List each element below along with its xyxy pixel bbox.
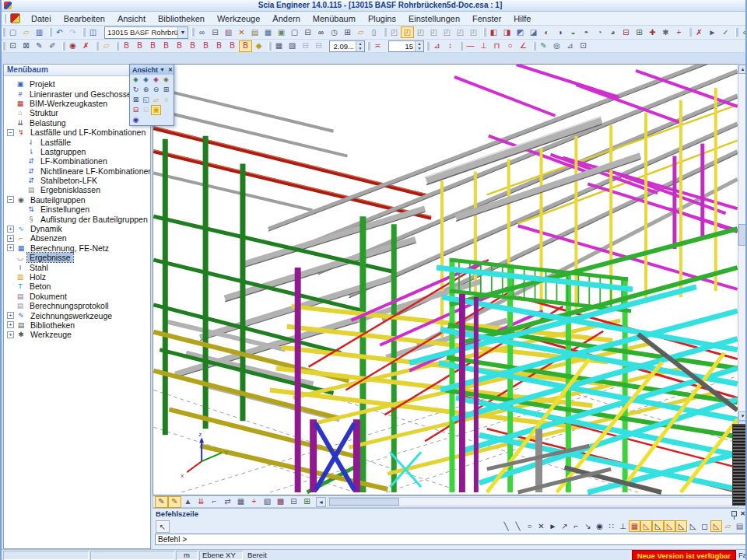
accept-icon[interactable]: ✓ [719,26,732,38]
tree-item-auflistung-der-bauteilgruppen[interactable]: §Auflistung der Bauteilgruppen [4,214,150,223]
project-selector[interactable]: 13015 BASF Rohrbrü▼ [104,26,188,39]
tree-item-dokument[interactable]: ▤Dokument [4,292,150,301]
select-slabs-icon[interactable]: ◩ [514,26,527,38]
structure-3d-model[interactable]: z Y x [153,65,738,495]
snap-flag-icon[interactable]: ⌐ [570,520,582,532]
property-support-icon[interactable]: B [146,40,160,52]
print-table-icon[interactable]: ⊟ [299,40,312,52]
redo-icon[interactable]: ↷ [66,26,79,38]
show-supports-icon[interactable]: ▲ [181,496,195,508]
tree-item-lastf-lle-und-lf-kombinationen[interactable]: −↯Lastfälle und LF-Kombinationen [4,128,150,137]
section-circle-icon[interactable]: ○ [503,40,517,52]
filter-selection-icon[interactable]: ◓ [580,26,593,38]
monitor-icon[interactable]: ▢ [288,26,301,38]
paste-attributes-icon[interactable]: ⊠ [19,40,33,52]
light-toggle-icon[interactable]: ☼ [161,95,171,105]
tree-item-werkzeuge[interactable]: +✱Werkzeuge [4,330,150,339]
load-scale-icon[interactable]: ≍ [371,40,384,52]
zoom-in-icon[interactable]: ⊕ [141,85,151,95]
rotate-view-icon[interactable]: ↻ [131,85,141,95]
menu-plugins[interactable]: Plugins [362,12,402,25]
tree-expand-plus-icon[interactable]: + [7,331,14,338]
status-unit-cell[interactable]: m [176,551,198,560]
view-preset-6-icon[interactable]: ◰ [454,26,467,38]
menu-men-baum[interactable]: Menübaum [307,12,362,25]
history-clock-icon[interactable]: ◷ [328,26,341,38]
snap-tangent-icon[interactable]: ◺ [687,520,699,532]
tree-item-lastf-lle[interactable]: ⇃Lastfälle [4,137,150,146]
tree-item-einstellungen[interactable]: ⇅Einstellungen [4,205,150,214]
show-loads-icon[interactable]: ⇊ [195,496,208,508]
menu-ansicht[interactable]: Ansicht [111,12,152,25]
snap-midpoint-icon[interactable]: ◺ [652,520,664,532]
dot-grid-toggle-icon[interactable]: ▱ [722,520,734,532]
snap-up-icon[interactable]: ↗ [559,520,570,532]
select-labels-icon[interactable]: ◑ [553,26,566,38]
property-node-icon[interactable]: B [133,40,146,52]
menu-hilfe[interactable]: Hilfe [507,12,537,25]
show-grid-icon[interactable]: ▦ [234,496,247,508]
tree-item-dynamik[interactable]: +∿Dynamik [4,224,150,233]
scroll-up-button[interactable]: ▲ [738,65,747,74]
snap-grid-icon[interactable]: ▦ [629,520,640,532]
regenerate-icon[interactable]: B [239,40,252,52]
tree-item-projekt[interactable]: ▣Projekt [4,79,150,89]
save-project-icon[interactable]: ▥ [33,26,46,38]
view-palette-header[interactable]: Ansicht ▼ ✕ [130,65,174,75]
visibility-eye-icon[interactable]: ◉ [66,40,79,52]
menu-bibliotheken[interactable]: Bibliotheken [152,12,211,25]
view-rotation-wheel[interactable] [732,424,747,506]
select-by-property-icon[interactable]: ⊟ [619,26,633,38]
ortho-icon[interactable]: ⊥ [617,520,629,532]
section-perpendicular-icon[interactable]: ⊥ [477,40,490,52]
model-3d-viewport[interactable]: z Y x [153,64,738,495]
tree-item-ergebnisse[interactable]: ◡Ergebnisse [4,253,150,262]
tree-item-belastung[interactable]: ⇊Belastung [4,118,150,128]
hatch-color-icon[interactable]: ✎ [537,40,550,52]
tree-item-linienraster-und-geschosse[interactable]: #Linienraster und Geschosse [4,89,150,98]
draw-circle-icon[interactable]: ○ [524,520,535,532]
vertical-scrollbar[interactable]: ▲ ▼ [738,64,747,422]
open-layer-folder-icon[interactable]: ▱ [100,40,113,52]
view-preset-2-icon[interactable]: ◰ [401,26,414,38]
tree-expand-minus-icon[interactable]: − [7,196,14,203]
tree-item-holz[interactable]: ▥Holz [4,272,150,282]
wireframe-mode-icon[interactable]: ✎ [155,496,168,508]
clean-attributes-icon[interactable]: ✐ [46,40,59,52]
tree-item-beton[interactable]: TBeton [4,282,150,291]
view-xz-icon[interactable]: ◈ [141,75,151,85]
view-preset-5-icon[interactable]: ◰ [440,26,454,38]
print-picture2-icon[interactable]: ⊟ [312,40,325,52]
section-angle-icon[interactable]: ∠ [517,40,530,52]
printer-icon[interactable]: ⊟ [209,26,222,38]
scroll-down-button[interactable]: ▼ [738,411,747,421]
command-panel-close-icon[interactable]: ✕ [740,510,745,517]
select-members-icon[interactable]: ◨ [500,26,514,38]
print-view-icon[interactable]: ⊟ [287,496,300,508]
undo-icon[interactable]: ↶ [53,26,66,38]
select-loads-icon[interactable]: ◪ [527,26,540,38]
select-supports-icon[interactable]: ◐ [540,26,553,38]
image-gallery-icon[interactable]: ▧ [222,26,235,38]
paperspace-gallery-icon[interactable]: ▦ [261,26,275,38]
property-hinge-icon[interactable]: B [173,40,186,52]
tree-item-bim-werkzeugkasten[interactable]: ▦BIM-Werkzeugkasten [4,99,150,108]
previous-selection-icon[interactable]: ◕ [606,26,619,38]
dimension-scale-icon[interactable]: ⊿ [430,40,444,52]
link-members-icon[interactable]: ∞ [739,26,747,38]
snap-arc-icon[interactable]: ◺ [710,520,722,532]
print-picture-icon[interactable]: ⊟ [301,26,314,38]
move-node-icon[interactable]: ⇄ [221,496,234,508]
project-window-icon[interactable]: ◫ [86,26,100,38]
project-selector-dropdown-icon[interactable]: ▼ [177,27,188,38]
show-axes-icon[interactable]: + [247,496,261,508]
property-material-icon[interactable]: B [199,40,212,52]
tree-expand-plus-icon[interactable]: + [7,226,14,233]
status-plane-cell[interactable]: Ebene XY [199,551,243,560]
document-logo-icon[interactable] [10,13,20,23]
table-to-document-icon[interactable]: ▦ [272,40,286,52]
view-preset-3-icon[interactable]: ◰ [414,26,427,38]
view-xy-icon[interactable]: ◈ [131,75,141,85]
picture-frame-icon[interactable]: ▣ [275,26,288,38]
tree-expand-plus-icon[interactable]: + [7,244,14,251]
